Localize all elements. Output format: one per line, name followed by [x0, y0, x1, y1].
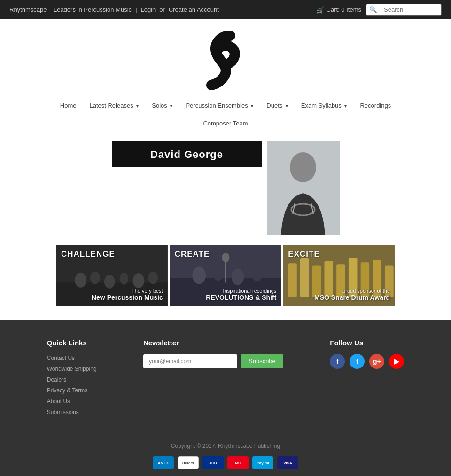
- hero-section: David George: [56, 141, 395, 235]
- footer-follow-us: Follow Us f t g+ ▶: [330, 339, 404, 419]
- feature-banner-overlay-challenge: CHALLENGE The very best New Percussion M…: [56, 245, 168, 306]
- about-us-link[interactable]: About Us: [47, 398, 70, 405]
- nav-main-list: Home Latest Releases ▾ Solos ▾ Percussio…: [9, 96, 442, 115]
- nav-item-exam-syllabus[interactable]: Exam Syllabus ▾: [295, 96, 354, 115]
- newsletter-form: Subscribe: [143, 354, 283, 368]
- logo-area: [0, 19, 451, 96]
- hero-banner-text: David George: [150, 148, 223, 161]
- excite-line2: MSO Snare Drum Award: [288, 294, 390, 301]
- footer-bottom: Copyright © 2017, Rhythmscape Publishing…: [0, 433, 451, 476]
- visa-icon: VISA: [277, 456, 298, 469]
- footer-inner: Quick Links Contact Us Worldwide Shippin…: [0, 339, 451, 433]
- footer-quick-links: Quick Links Contact Us Worldwide Shippin…: [47, 339, 97, 419]
- mastercard-icon: MC: [227, 456, 249, 469]
- create-title: CREATE: [175, 250, 277, 259]
- feature-banner-challenge[interactable]: CHALLENGE The very best New Percussion M…: [56, 245, 168, 306]
- cart-icon: 🛒: [316, 6, 324, 14]
- list-item: Privacy & Terms: [47, 386, 97, 394]
- challenge-line2: New Percussion Music: [61, 294, 163, 301]
- paypal-icon: PayPal: [252, 456, 273, 469]
- nav-link-home[interactable]: Home: [54, 96, 83, 115]
- caret-icon: ▾: [286, 103, 288, 109]
- caret-icon: ▾: [170, 103, 172, 109]
- logo-svg: [193, 29, 258, 90]
- create-sub: Inspirational recordings REVOLUTIONS & S…: [175, 288, 277, 301]
- privacy-terms-link[interactable]: Privacy & Terms: [47, 387, 87, 394]
- top-bar-left: Rhythmscape – Leaders in Percussion Musi…: [9, 6, 219, 13]
- google-plus-icon[interactable]: g+: [369, 354, 384, 369]
- nav-link-composer-team[interactable]: Composer Team: [196, 115, 254, 132]
- hero-banner: David George: [112, 141, 262, 167]
- newsletter-email-input[interactable]: [143, 354, 237, 368]
- excite-line1: proud sponsor of the: [342, 288, 390, 294]
- feature-banners: CHALLENGE The very best New Percussion M…: [56, 245, 395, 306]
- nav-link-duets[interactable]: Duets ▾: [260, 96, 295, 115]
- create-account-link[interactable]: Create an Account: [169, 6, 219, 13]
- create-line1: Inspirational recordings: [223, 288, 277, 294]
- nav-item-composer-team[interactable]: Composer Team: [196, 115, 254, 132]
- challenge-sub: The very best New Percussion Music: [61, 288, 163, 301]
- tagline: Rhythmscape – Leaders in Percussion Musi…: [9, 6, 132, 13]
- jcb-icon: JCB: [202, 456, 224, 469]
- newsletter-heading: Newsletter: [143, 339, 283, 347]
- caret-icon: ▾: [251, 103, 253, 109]
- challenge-line1: The very best: [132, 288, 163, 294]
- feature-banner-create[interactable]: CREATE Inspirational recordings REVOLUTI…: [170, 245, 281, 306]
- submissions-link[interactable]: Submissions: [47, 409, 79, 415]
- nav-item-home[interactable]: Home: [54, 96, 83, 115]
- nav-link-recordings[interactable]: Recordings: [353, 96, 397, 115]
- footer-newsletter: Newsletter Subscribe: [143, 339, 283, 419]
- facebook-icon[interactable]: f: [330, 354, 345, 369]
- contact-us-link[interactable]: Contact Us: [47, 355, 75, 361]
- create-line2: REVOLUTIONS & Shift: [175, 294, 277, 301]
- nav-item-latest-releases[interactable]: Latest Releases ▾: [83, 96, 145, 115]
- feature-banner-overlay-create: CREATE Inspirational recordings REVOLUTI…: [170, 245, 281, 306]
- dealers-link[interactable]: Dealers: [47, 376, 66, 383]
- search-icon: 🔍: [369, 6, 377, 13]
- social-icons: f t g+ ▶: [330, 354, 404, 369]
- amex-icon: AMEX: [153, 456, 174, 469]
- follow-us-heading: Follow Us: [330, 339, 404, 347]
- logo-link[interactable]: [193, 84, 258, 91]
- feature-banner-excite[interactable]: EXCITE proud sponsor of the MSO Snare Dr…: [283, 245, 395, 306]
- search-input[interactable]: [380, 4, 441, 15]
- nav-link-solos[interactable]: Solos ▾: [145, 96, 179, 115]
- nav-link-percussion-ensembles[interactable]: Percussion Ensembles ▾: [179, 96, 260, 115]
- list-item: About Us: [47, 397, 97, 405]
- diners-icon: Diners: [178, 456, 199, 469]
- nav-link-exam-syllabus[interactable]: Exam Syllabus ▾: [295, 96, 354, 115]
- cart-label: Cart: 0 Items: [327, 6, 361, 13]
- list-item: Worldwide Shipping: [47, 365, 97, 372]
- nav-item-percussion-ensembles[interactable]: Percussion Ensembles ▾: [179, 96, 260, 115]
- nav-item-recordings[interactable]: Recordings: [353, 96, 397, 115]
- youtube-icon[interactable]: ▶: [389, 354, 404, 369]
- search-button[interactable]: 🔍: [366, 4, 380, 15]
- worldwide-shipping-link[interactable]: Worldwide Shipping: [47, 366, 97, 372]
- caret-icon: ▾: [136, 103, 139, 109]
- payment-icons: AMEX Diners JCB MC PayPal VISA: [9, 456, 442, 469]
- nav-sub-list: Composer Team: [9, 115, 442, 132]
- newsletter-subscribe-button[interactable]: Subscribe: [241, 354, 283, 368]
- nav-link-latest-releases[interactable]: Latest Releases ▾: [83, 96, 145, 115]
- svg-point-1: [290, 152, 316, 182]
- hero-image: [267, 141, 340, 235]
- copyright-text: Copyright © 2017, Rhythmscape Publishing: [9, 443, 442, 449]
- twitter-icon[interactable]: t: [350, 354, 365, 369]
- quick-links-list: Contact Us Worldwide Shipping Dealers Pr…: [47, 354, 97, 415]
- login-link[interactable]: Login: [141, 6, 156, 13]
- or-text: or: [159, 6, 165, 13]
- list-item: Submissions: [47, 408, 97, 415]
- main-nav: Home Latest Releases ▾ Solos ▾ Percussio…: [9, 96, 442, 132]
- nav-item-duets[interactable]: Duets ▾: [260, 96, 295, 115]
- list-item: Contact Us: [47, 354, 97, 361]
- excite-sub: proud sponsor of the MSO Snare Drum Awar…: [288, 288, 390, 301]
- footer: Quick Links Contact Us Worldwide Shippin…: [0, 320, 451, 476]
- list-item: Dealers: [47, 375, 97, 383]
- excite-title: EXCITE: [288, 250, 390, 259]
- search-form: 🔍: [366, 4, 442, 16]
- nav-item-solos[interactable]: Solos ▾: [145, 96, 179, 115]
- separator: |: [135, 6, 137, 13]
- quick-links-heading: Quick Links: [47, 339, 97, 347]
- challenge-title: CHALLENGE: [61, 250, 163, 259]
- cart-link[interactable]: 🛒 Cart: 0 Items: [316, 6, 361, 14]
